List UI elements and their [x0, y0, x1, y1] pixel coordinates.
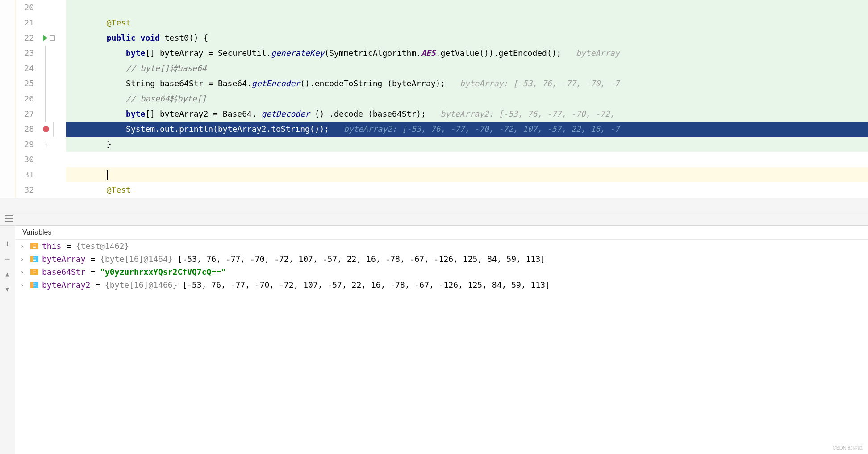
- panel-divider: [0, 198, 868, 211]
- code-text[interactable]: @Test: [66, 182, 868, 198]
- change-indicator: [0, 122, 16, 137]
- change-indicator: [0, 15, 16, 30]
- object-icon: ≡: [30, 269, 38, 275]
- expand-chevron-icon[interactable]: ›: [21, 269, 27, 275]
- variable-text: byteArray = {byte[16]@1464} [-53, 76, -7…: [42, 254, 545, 264]
- variable-text: base64Str = "y0yzurhrxxYQsr2CfVQ7cQ==": [42, 267, 226, 277]
- gutter[interactable]: [41, 152, 66, 167]
- run-icon[interactable]: [43, 35, 48, 41]
- change-indicator: [0, 182, 16, 198]
- code-text[interactable]: // byte[]转base64: [66, 61, 868, 76]
- gutter[interactable]: [41, 46, 66, 61]
- line-number[interactable]: 31: [16, 167, 41, 182]
- code-line[interactable]: 30: [0, 152, 868, 167]
- change-indicator: [0, 46, 16, 61]
- code-text[interactable]: String base64Str = Base64.getEncoder().e…: [66, 76, 868, 91]
- fold-guide: [45, 91, 46, 106]
- watermark: CSDN @陈眠: [833, 445, 863, 451]
- array-icon: ≡: [30, 282, 38, 288]
- ide-window: 2021 @Test22− public void test0() {23 by…: [0, 0, 868, 454]
- line-number[interactable]: 27: [16, 106, 41, 122]
- gutter[interactable]: [41, 76, 66, 91]
- expand-chevron-icon[interactable]: ›: [21, 243, 27, 249]
- fold-icon[interactable]: −: [50, 35, 55, 41]
- code-text[interactable]: System.out.println(byteArray2.toString()…: [66, 122, 868, 137]
- variables-panel: + − ▲ ▼ Variables ›≡this = {test@1462}›≡…: [0, 226, 868, 454]
- change-indicator: [0, 137, 16, 152]
- code-line[interactable]: 20: [0, 0, 868, 15]
- line-number[interactable]: 26: [16, 91, 41, 106]
- code-text[interactable]: @Test: [66, 15, 868, 30]
- move-up-button[interactable]: ▲: [3, 269, 12, 278]
- change-indicator: [0, 76, 16, 91]
- code-line[interactable]: 24 // byte[]转base64: [0, 61, 868, 76]
- code-line[interactable]: 25 String base64Str = Base64.getEncoder(…: [0, 76, 868, 91]
- variable-text: byteArray2 = {byte[16]@1466} [-53, 76, -…: [42, 280, 550, 290]
- code-text[interactable]: [66, 167, 868, 182]
- code-text[interactable]: [66, 0, 868, 15]
- debug-toolbar: [0, 211, 868, 226]
- gutter[interactable]: [41, 91, 66, 106]
- line-number[interactable]: 25: [16, 76, 41, 91]
- gutter[interactable]: [41, 167, 66, 182]
- expand-chevron-icon[interactable]: ›: [21, 256, 27, 262]
- code-line[interactable]: 32 @Test: [0, 182, 868, 198]
- variable-row[interactable]: ›≡base64Str = "y0yzurhrxxYQsr2CfVQ7cQ==": [15, 265, 868, 278]
- line-number[interactable]: 32: [16, 182, 41, 198]
- fold-icon[interactable]: −: [43, 142, 48, 147]
- gutter[interactable]: [41, 106, 66, 122]
- gutter[interactable]: −: [41, 30, 66, 46]
- variable-row[interactable]: ›≡byteArray2 = {byte[16]@1466} [-53, 76,…: [15, 278, 868, 291]
- change-indicator: [0, 167, 16, 182]
- move-down-button[interactable]: ▼: [3, 285, 12, 294]
- line-number[interactable]: 23: [16, 46, 41, 61]
- variables-toolbar: + − ▲ ▼: [0, 226, 15, 454]
- code-text[interactable]: // base64转byte[]: [66, 91, 868, 106]
- code-line[interactable]: 26 // base64转byte[]: [0, 91, 868, 106]
- expand-chevron-icon[interactable]: ›: [21, 282, 27, 288]
- gutter[interactable]: [41, 182, 66, 198]
- change-indicator: [0, 61, 16, 76]
- line-number[interactable]: 28: [16, 122, 41, 137]
- line-number[interactable]: 30: [16, 152, 41, 167]
- fold-guide: [45, 61, 46, 76]
- add-watch-button[interactable]: +: [3, 239, 12, 248]
- watches-icon[interactable]: [5, 215, 13, 222]
- array-icon: ≡: [30, 256, 38, 262]
- code-text[interactable]: public void test0() {: [66, 30, 868, 46]
- line-number[interactable]: 22: [16, 30, 41, 46]
- gutter[interactable]: [41, 15, 66, 30]
- change-indicator: [0, 30, 16, 46]
- line-number[interactable]: 21: [16, 15, 41, 30]
- line-number[interactable]: 20: [16, 0, 41, 15]
- code-editor[interactable]: 2021 @Test22− public void test0() {23 by…: [0, 0, 868, 198]
- breakpoint-icon[interactable]: [43, 126, 49, 132]
- code-text[interactable]: }: [66, 137, 868, 152]
- object-icon: ≡: [30, 243, 38, 249]
- gutter[interactable]: [41, 122, 66, 137]
- code-line[interactable]: 29− }: [0, 137, 868, 152]
- code-line[interactable]: 28 System.out.println(byteArray2.toStrin…: [0, 122, 868, 137]
- code-line[interactable]: 31: [0, 167, 868, 182]
- variable-row[interactable]: ›≡this = {test@1462}: [15, 240, 868, 252]
- change-indicator: [0, 152, 16, 167]
- remove-watch-button[interactable]: −: [3, 254, 12, 263]
- fold-guide: [45, 76, 46, 91]
- text-cursor: [107, 170, 108, 180]
- code-line[interactable]: 27 byte[] byteArray2 = Base64. getDecode…: [0, 106, 868, 122]
- line-number[interactable]: 29: [16, 137, 41, 152]
- code-text[interactable]: byte[] byteArray = SecureUtil.generateKe…: [66, 46, 868, 61]
- change-indicator: [0, 106, 16, 122]
- gutter[interactable]: [41, 0, 66, 15]
- code-line[interactable]: 22− public void test0() {: [0, 30, 868, 46]
- code-text[interactable]: [66, 152, 868, 167]
- variables-tab-label[interactable]: Variables: [15, 226, 868, 240]
- change-indicator: [0, 0, 16, 15]
- code-line[interactable]: 23 byte[] byteArray = SecureUtil.generat…: [0, 46, 868, 61]
- code-line[interactable]: 21 @Test: [0, 15, 868, 30]
- line-number[interactable]: 24: [16, 61, 41, 76]
- gutter[interactable]: [41, 61, 66, 76]
- code-text[interactable]: byte[] byteArray2 = Base64. getDecoder (…: [66, 106, 868, 122]
- change-indicator: [0, 91, 16, 106]
- variable-row[interactable]: ›≡byteArray = {byte[16]@1464} [-53, 76, …: [15, 252, 868, 265]
